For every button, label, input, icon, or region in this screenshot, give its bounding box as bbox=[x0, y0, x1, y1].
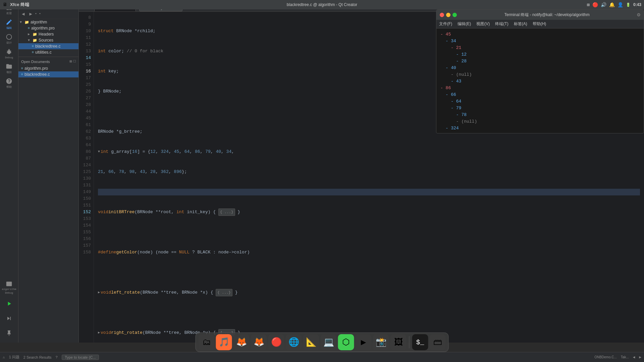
terminal-settings-icon[interactable]: ⚙ bbox=[637, 11, 640, 18]
tree-nav-dots: • • bbox=[35, 12, 41, 16]
dock-item-media[interactable]: ▶ bbox=[356, 334, 372, 350]
sys-bar-left: 🖥 Xfce 终端 bbox=[3, 2, 29, 8]
tree-item-algorithm-pro[interactable]: ≡ algorithm.pro bbox=[18, 25, 78, 31]
tree-item-blackredtree[interactable]: ≡ blackredtree.c bbox=[18, 43, 78, 49]
status-help-icon[interactable]: ? bbox=[56, 355, 58, 359]
sidebar-item-edit[interactable]: 编辑 bbox=[2, 17, 16, 31]
docs-icon-1[interactable]: ⊞ bbox=[70, 59, 72, 64]
dock-item-design[interactable]: 📐 bbox=[303, 334, 319, 350]
tree-label-headers: Headers bbox=[39, 32, 54, 37]
statusbar: ⚠ 1 问题 2 Search Results ? Type to locate… bbox=[0, 352, 644, 362]
term-menu-file[interactable]: 文件(F) bbox=[439, 21, 452, 27]
tree-line-9: - 86 bbox=[440, 85, 640, 92]
tree-item-sources[interactable]: ▼ 📁 Sources bbox=[18, 37, 78, 43]
code-line-44 bbox=[98, 309, 640, 316]
code-line-25 bbox=[98, 229, 640, 236]
tree-line-7: - (null) bbox=[440, 71, 640, 78]
sys-icon-3: 🔊 bbox=[601, 2, 606, 8]
dock-item-firefox[interactable]: 🦊 bbox=[251, 334, 267, 350]
sys-icon-4: 🔔 bbox=[609, 2, 615, 8]
term-menu-tabs[interactable]: 标签(A) bbox=[514, 21, 527, 27]
open-docs-header: Open Documents ⊞ □ bbox=[18, 57, 78, 65]
sidebar-step-button[interactable] bbox=[2, 312, 16, 325]
term-menu-help[interactable]: 帮助(H) bbox=[533, 21, 546, 27]
term-menu-edit[interactable]: 编辑(E) bbox=[458, 21, 471, 27]
tree-line-10: - 66 bbox=[440, 92, 640, 98]
terminal-panel: Terminal 终端 - notify@kali: ~/develop/alg… bbox=[436, 9, 644, 133]
open-doc-blackredtree[interactable]: ≡ blackredtree.c bbox=[18, 71, 78, 77]
tree-label-algorithm-pro: algorithm.pro bbox=[31, 26, 55, 31]
dock-item-qt[interactable]: ⬡ bbox=[338, 334, 354, 350]
sidebar-run-button[interactable] bbox=[2, 297, 16, 310]
sidebar-bottom-project[interactable]: algorithm Debug bbox=[2, 280, 16, 296]
terminal-content[interactable]: - 45 - 34 - 21 - 12 - 28 - 40 - (null) -… bbox=[436, 28, 644, 133]
dock-item-camera[interactable]: 📸 bbox=[373, 334, 389, 350]
open-docs-section: Open Documents ⊞ □ ≡ algorithm.pro ≡ bla… bbox=[18, 57, 78, 77]
bottom-debug-label: Debug bbox=[5, 291, 13, 294]
sys-icon-1: ⊞ bbox=[587, 2, 590, 8]
terminal-max-traffic[interactable] bbox=[452, 13, 457, 17]
tree-line-13: - 78 bbox=[440, 112, 640, 118]
app-icon: 🖥 bbox=[3, 2, 7, 7]
dock-item-vscode[interactable]: 💻 bbox=[321, 334, 337, 350]
code-line-16 bbox=[98, 189, 640, 195]
status-search-results[interactable]: 2 Search Results bbox=[23, 355, 52, 359]
docs-icon-2[interactable]: □ bbox=[73, 59, 76, 64]
term-menu-terminal[interactable]: 终端(T) bbox=[495, 21, 508, 27]
code-line-28: ▶void left_rotate(BRNode **tree, BRNode … bbox=[98, 289, 640, 296]
status-scroll-left[interactable]: ◀ bbox=[633, 355, 635, 359]
sidebar-label-project: 项目 bbox=[6, 70, 12, 74]
code-line-27 bbox=[98, 269, 640, 276]
open-doc-label-algorithm-pro: algorithm.pro bbox=[24, 66, 48, 71]
tree-line-2: - 34 bbox=[440, 38, 640, 45]
status-type-to-locate[interactable]: Type to locate (C... bbox=[62, 355, 99, 360]
sys-icon-5: 👤 bbox=[618, 2, 623, 8]
sidebar-item-design[interactable]: 设计 bbox=[2, 32, 16, 46]
dock-item-files[interactable]: 🗃 bbox=[430, 334, 446, 350]
dock-item-web[interactable]: 🌐 bbox=[286, 334, 302, 350]
tree-line-1: - 45 bbox=[440, 31, 640, 38]
window-title: blackredtree.c @ algorithm - Qt Creator bbox=[287, 2, 357, 7]
status-issues[interactable]: 1 问题 bbox=[9, 355, 19, 360]
dock-separator bbox=[409, 336, 410, 348]
tree-label-blackredtree: blackredtree.c bbox=[35, 44, 60, 49]
sidebar-label-design: 设计 bbox=[6, 41, 12, 45]
dock-item-finder[interactable]: 🗂 bbox=[199, 334, 215, 350]
term-menu-view[interactable]: 视图(V) bbox=[476, 21, 490, 27]
code-line-17: void initBRTree(BRNode **root, int init_… bbox=[98, 209, 640, 216]
dock-item-image[interactable]: 🖼 bbox=[390, 334, 407, 350]
sidebar-label-help: 帮助 bbox=[6, 85, 12, 89]
terminal-titlebar: Terminal 终端 - notify@kali: ~/develop/alg… bbox=[436, 10, 644, 20]
dock-item-terminal[interactable]: $_ bbox=[412, 334, 428, 350]
open-doc-label-blackredtree: blackredtree.c bbox=[24, 72, 50, 77]
status-warning-icon: ⚠ bbox=[3, 355, 5, 359]
dock-item-music[interactable]: 🎵 bbox=[216, 334, 232, 350]
sidebar-item-help[interactable]: 帮助 bbox=[2, 76, 16, 90]
terminal-title: Terminal 终端 - notify@kali: ~/develop/alg… bbox=[457, 12, 637, 18]
status-onbrd: ONBDemo.C... bbox=[594, 355, 617, 359]
tree-label-sources: Sources bbox=[39, 38, 53, 43]
tree-line-11: - 64 bbox=[440, 98, 640, 105]
tree-item-algorithm[interactable]: ▼ 📁 algorithm bbox=[18, 19, 78, 25]
code-line-26: #define getColor(node) (node == NULL ? B… bbox=[98, 249, 640, 256]
battery-icon: 🔋 bbox=[626, 3, 631, 7]
tree-item-headers[interactable]: ▶ 📁 Headers bbox=[18, 31, 78, 37]
code-line-14: ▼int g_array[16] = {12, 324, 45, 64, 86,… bbox=[98, 148, 640, 155]
sidebar-pin-button[interactable] bbox=[2, 326, 16, 340]
dock-item-app1[interactable]: 🦊 bbox=[233, 334, 250, 350]
status-scroll-right[interactable]: ▶ bbox=[639, 355, 641, 359]
sidebar-label-welcome: 欢迎 bbox=[6, 11, 12, 15]
time-display: 0:43 bbox=[633, 2, 641, 7]
tree-label-ultilities: ultilities.c bbox=[35, 50, 52, 55]
sidebar-item-project[interactable]: 项目 bbox=[2, 62, 16, 75]
sidebar-item-debug[interactable]: Debug bbox=[2, 47, 16, 60]
tree-line-8: - 43 bbox=[440, 78, 640, 85]
open-doc-algorithm-pro[interactable]: ≡ algorithm.pro bbox=[18, 65, 78, 71]
tree-nav-prev[interactable]: ◀ bbox=[20, 10, 26, 18]
dock-item-app3[interactable]: 🔴 bbox=[268, 334, 284, 350]
terminal-close-traffic[interactable] bbox=[440, 13, 444, 17]
tree-nav-next[interactable]: ▶ bbox=[27, 10, 34, 18]
terminal-min-traffic[interactable] bbox=[446, 13, 450, 17]
tree-item-ultilities[interactable]: ≡ ultilities.c bbox=[18, 49, 78, 55]
tree-line-16: - 98 bbox=[440, 132, 640, 133]
